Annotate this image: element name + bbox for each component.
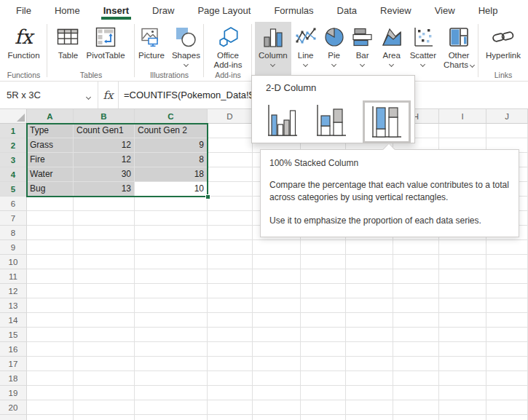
cell-A1[interactable]: Type — [27, 124, 74, 138]
cell-C13[interactable] — [135, 298, 208, 313]
cell-F21[interactable] — [301, 415, 346, 420]
menu-tab-view[interactable]: View — [423, 0, 467, 20]
cell-D8[interactable] — [208, 226, 253, 240]
cell-B21[interactable] — [74, 415, 135, 420]
cell-I9[interactable] — [439, 240, 486, 255]
cell-F12[interactable] — [301, 284, 346, 298]
cell-J19[interactable] — [486, 386, 528, 400]
cell-C20[interactable] — [135, 400, 208, 415]
cell-C3[interactable]: 8 — [135, 153, 208, 167]
cell-A2[interactable]: Grass — [27, 138, 74, 153]
cell-D19[interactable] — [208, 386, 253, 400]
cell-D15[interactable] — [208, 328, 253, 342]
cell-F15[interactable] — [301, 328, 346, 342]
cell-I12[interactable] — [439, 284, 486, 298]
cell-D2[interactable] — [208, 138, 253, 153]
cell-D7[interactable] — [208, 211, 253, 226]
cell-C12[interactable] — [135, 284, 208, 298]
cell-B5[interactable]: 13 — [74, 182, 135, 197]
cell-D9[interactable] — [208, 240, 253, 255]
cell-F10[interactable] — [301, 255, 346, 269]
cell-J11[interactable] — [486, 269, 528, 284]
row-header-10[interactable]: 10 — [0, 255, 27, 269]
cell-F14[interactable] — [301, 313, 346, 328]
cell-C4[interactable]: 18 — [135, 167, 208, 182]
cell-I21[interactable] — [439, 415, 486, 420]
cell-E12[interactable] — [253, 284, 301, 298]
option-stacked-column[interactable] — [315, 103, 347, 141]
cell-H12[interactable] — [393, 284, 439, 298]
cell-A12[interactable] — [27, 284, 74, 298]
cell-D16[interactable] — [208, 342, 253, 357]
menu-tab-draw[interactable]: Draw — [141, 0, 186, 20]
cell-H10[interactable] — [393, 255, 439, 269]
row-header-11[interactable]: 11 — [0, 269, 27, 284]
cell-A6[interactable] — [27, 197, 74, 211]
cell-C5[interactable]: 10 — [135, 182, 208, 197]
cell-H20[interactable] — [393, 400, 439, 415]
cell-A11[interactable] — [27, 269, 74, 284]
cell-B20[interactable] — [74, 400, 135, 415]
pivottable-button[interactable]: PivotTable — [82, 22, 128, 76]
cell-D18[interactable] — [208, 371, 253, 386]
line-chart-button[interactable]: Line — [291, 22, 320, 76]
name-box[interactable]: 5R x 3C — [0, 82, 98, 108]
cell-B2[interactable]: 12 — [74, 138, 135, 153]
shapes-button[interactable]: Shapes — [168, 22, 204, 76]
cell-J9[interactable] — [486, 240, 528, 255]
cell-C16[interactable] — [135, 342, 208, 357]
cell-I1[interactable] — [439, 124, 486, 138]
cell-C18[interactable] — [135, 371, 208, 386]
bar-chart-button[interactable]: Bar — [348, 22, 377, 76]
cell-I15[interactable] — [439, 328, 486, 342]
cell-C8[interactable] — [135, 226, 208, 240]
cell-C2[interactable]: 9 — [135, 138, 208, 153]
row-header-8[interactable]: 8 — [0, 226, 27, 240]
cell-C7[interactable] — [135, 211, 208, 226]
cell-E13[interactable] — [253, 298, 301, 313]
row-header-21[interactable] — [0, 415, 27, 420]
cell-H14[interactable] — [393, 313, 439, 328]
column-header-C[interactable]: C — [135, 109, 208, 124]
picture-button[interactable]: Picture — [135, 22, 168, 76]
cell-J12[interactable] — [486, 284, 528, 298]
cell-G19[interactable] — [346, 386, 393, 400]
area-chart-button[interactable]: Area — [377, 22, 406, 76]
menu-tab-review[interactable]: Review — [369, 0, 423, 20]
cell-G17[interactable] — [346, 357, 393, 371]
cell-J20[interactable] — [486, 400, 528, 415]
column-chart-button[interactable]: Column — [255, 22, 291, 76]
cell-F19[interactable] — [301, 386, 346, 400]
cell-I10[interactable] — [439, 255, 486, 269]
cell-H9[interactable] — [393, 240, 439, 255]
table-button[interactable]: Table — [53, 22, 82, 76]
cell-E17[interactable] — [253, 357, 301, 371]
cell-C17[interactable] — [135, 357, 208, 371]
select-all-corner[interactable] — [0, 109, 27, 124]
menu-tab-file[interactable]: File — [4, 0, 43, 20]
cell-B19[interactable] — [74, 386, 135, 400]
cell-I20[interactable] — [439, 400, 486, 415]
row-header-9[interactable]: 9 — [0, 240, 27, 255]
cell-A16[interactable] — [27, 342, 74, 357]
cell-A19[interactable] — [27, 386, 74, 400]
cell-A17[interactable] — [27, 357, 74, 371]
cell-B9[interactable] — [74, 240, 135, 255]
cell-H18[interactable] — [393, 371, 439, 386]
cell-J10[interactable] — [486, 255, 528, 269]
cell-G13[interactable] — [346, 298, 393, 313]
cell-A21[interactable] — [27, 415, 74, 420]
fill-handle[interactable] — [205, 194, 210, 199]
cell-D17[interactable] — [208, 357, 253, 371]
cell-D21[interactable] — [208, 415, 253, 420]
cell-D10[interactable] — [208, 255, 253, 269]
cell-F16[interactable] — [301, 342, 346, 357]
cell-E10[interactable] — [253, 255, 301, 269]
cell-E9[interactable] — [253, 240, 301, 255]
cell-F20[interactable] — [301, 400, 346, 415]
row-header-7[interactable]: 7 — [0, 211, 27, 226]
cell-A13[interactable] — [27, 298, 74, 313]
cell-D14[interactable] — [208, 313, 253, 328]
cell-I17[interactable] — [439, 357, 486, 371]
cell-I13[interactable] — [439, 298, 486, 313]
